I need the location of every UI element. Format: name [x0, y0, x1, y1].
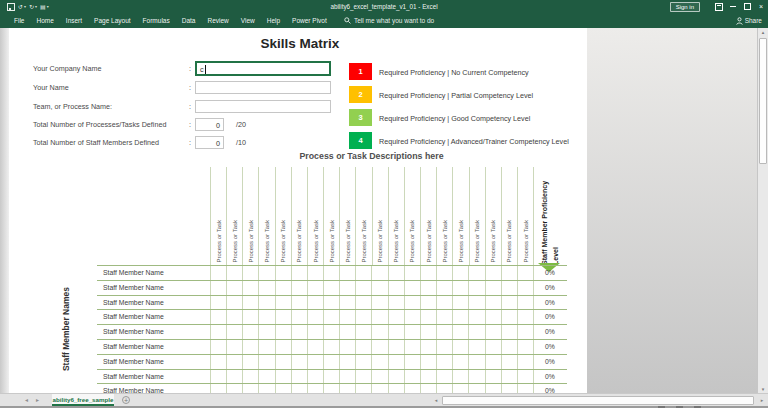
form-input-total-number-of-processes-tasks-defined[interactable]: 0: [195, 118, 224, 131]
process-column-header[interactable]: Process or Task: [420, 167, 436, 265]
undo-icon[interactable]: ↺: [18, 4, 23, 10]
process-column-header[interactable]: Process or Task: [372, 167, 388, 265]
sign-in-button[interactable]: Sign in: [670, 2, 700, 12]
staff-axis: Staff Member Names: [56, 265, 76, 393]
undo-dropdown-icon[interactable]: ▾: [24, 4, 26, 9]
process-column-header[interactable]: Process or Task: [436, 167, 452, 265]
staff-row: Staff Member Name0%: [97, 309, 567, 324]
process-column-header[interactable]: Process or Task: [485, 167, 501, 265]
sheet-tab-active[interactable]: ability6_free_sample: [52, 394, 114, 406]
process-column-header[interactable]: Process or Task: [339, 167, 355, 265]
form-colon: :: [189, 83, 191, 92]
staff-name-cell[interactable]: Staff Member Name: [103, 299, 164, 306]
proficiency-column-header: Staff Member Proficiency Level: [535, 167, 566, 265]
form-label: Total Number of Processes/Tasks Defined: [33, 120, 166, 129]
process-column-header[interactable]: Process or Task: [226, 167, 242, 265]
skill-cells[interactable]: [210, 340, 534, 354]
process-column-header[interactable]: Process or Task: [404, 167, 420, 265]
ribbon-tab-insert[interactable]: Insert: [60, 17, 88, 24]
close-icon[interactable]: ×: [754, 0, 768, 13]
form-colon: :: [189, 138, 191, 147]
legend-label: Required Proficiency | No Current Compet…: [379, 68, 529, 77]
scroll-right-icon[interactable]: ▸: [758, 396, 766, 405]
process-column-header[interactable]: Process or Task: [242, 167, 258, 265]
ribbon-tab-page-layout[interactable]: Page Layout: [88, 17, 137, 24]
vertical-scrollbar[interactable]: ▴ ▾: [757, 28, 768, 393]
ribbon-tab-formulas[interactable]: Formulas: [137, 17, 176, 24]
staff-name-cell[interactable]: Staff Member Name: [103, 358, 164, 365]
process-column-label: Process or Task: [426, 220, 432, 263]
tell-me-search[interactable]: Tell me what you want to do: [344, 13, 434, 28]
staff-name-cell[interactable]: Staff Member Name: [103, 269, 164, 276]
staff-name-cell[interactable]: Staff Member Name: [103, 373, 164, 380]
process-column-label: Process or Task: [393, 220, 399, 263]
ribbon-tab-file[interactable]: File: [8, 17, 30, 24]
process-column-header[interactable]: Process or Task: [469, 167, 485, 265]
proficiency-value: 0%: [534, 269, 566, 276]
sheet-title: Skills Matrix: [150, 36, 450, 51]
share-button[interactable]: Share: [736, 13, 762, 28]
legend-swatch-level-3: 3: [349, 109, 372, 126]
touch-mode-icon[interactable]: ▤: [40, 4, 46, 10]
skill-cells[interactable]: [210, 384, 534, 393]
redo-icon[interactable]: ↻: [29, 4, 34, 10]
ribbon-tab-home[interactable]: Home: [30, 17, 59, 24]
process-column-header[interactable]: Process or Task: [323, 167, 339, 265]
process-column-header[interactable]: Process or Task: [501, 167, 517, 265]
ribbon-tab-power-pivot[interactable]: Power Pivot: [286, 17, 333, 24]
process-column-header[interactable]: Process or Task: [291, 167, 307, 265]
process-column-header[interactable]: Process or Task: [452, 167, 468, 265]
process-column-label: Process or Task: [264, 220, 270, 263]
skill-cells[interactable]: [210, 281, 534, 295]
save-icon[interactable]: [7, 3, 15, 11]
staff-row: Staff Member Name0%: [97, 354, 567, 369]
form-input-your-company-name[interactable]: c: [195, 61, 331, 76]
skill-cells[interactable]: [210, 370, 534, 384]
input-suffix: /20: [236, 120, 246, 129]
process-column-header[interactable]: Process or Task: [307, 167, 323, 265]
ribbon-display-options-icon[interactable]: [712, 0, 726, 13]
process-column-label: Process or Task: [458, 220, 464, 263]
prev-sheet-icon[interactable]: ◂: [25, 394, 28, 406]
staff-name-cell[interactable]: Staff Member Name: [103, 313, 164, 320]
skill-cells[interactable]: [210, 325, 534, 339]
process-column-header[interactable]: Process or Task: [355, 167, 371, 265]
ribbon-tab-review[interactable]: Review: [201, 17, 234, 24]
process-column-header[interactable]: Process or Task: [210, 167, 226, 265]
redo-dropdown-icon[interactable]: ▾: [35, 4, 37, 9]
ribbon-tab-help[interactable]: Help: [261, 17, 286, 24]
next-sheet-icon[interactable]: ▸: [36, 394, 39, 406]
form-label: Your Name: [33, 83, 69, 92]
horizontal-scroll-thumb[interactable]: [442, 396, 754, 405]
staff-name-cell[interactable]: Staff Member Name: [103, 284, 164, 291]
new-sheet-icon[interactable]: +: [122, 396, 130, 404]
skill-cells[interactable]: [210, 266, 534, 280]
horizontal-scrollbar[interactable]: ◂ ▸: [432, 396, 766, 405]
restore-icon[interactable]: [740, 0, 754, 13]
process-column-header[interactable]: Process or Task: [517, 167, 534, 265]
staff-row: Staff Member Name0%: [97, 339, 567, 354]
skill-cells[interactable]: [210, 310, 534, 324]
skill-cells[interactable]: [210, 296, 534, 310]
customize-qat-dropdown-icon[interactable]: ▾: [47, 4, 49, 9]
scroll-left-icon[interactable]: ◂: [432, 396, 440, 405]
form-colon: :: [189, 64, 191, 73]
skill-cells[interactable]: [210, 355, 534, 369]
ribbon-tab-data[interactable]: Data: [176, 17, 202, 24]
input-suffix: /10: [236, 138, 246, 147]
scroll-down-icon[interactable]: ▾: [758, 385, 768, 393]
staff-name-cell[interactable]: Staff Member Name: [103, 328, 164, 335]
minimize-icon[interactable]: [726, 0, 740, 13]
process-column-header[interactable]: Process or Task: [388, 167, 404, 265]
form-input-team-or-process-name[interactable]: [195, 100, 331, 113]
scroll-up-icon[interactable]: ▴: [758, 28, 768, 36]
vertical-scroll-thumb[interactable]: [759, 38, 767, 164]
form-input-total-number-of-staff-members-defined[interactable]: 0: [195, 136, 224, 149]
ribbon-tab-view[interactable]: View: [235, 17, 261, 24]
staff-name-cell[interactable]: Staff Member Name: [103, 343, 164, 350]
proficiency-value: 0%: [534, 328, 566, 335]
process-column-header[interactable]: Process or Task: [258, 167, 274, 265]
window-controls: Sign in ×: [670, 0, 768, 13]
form-input-your-name[interactable]: [195, 81, 331, 94]
process-column-header[interactable]: Process or Task: [275, 167, 291, 265]
